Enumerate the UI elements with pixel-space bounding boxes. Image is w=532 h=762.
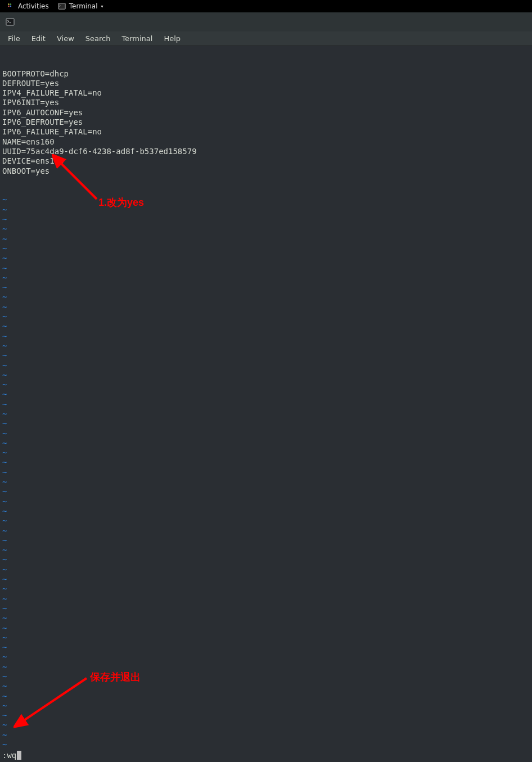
vim-tilde-line: ~ xyxy=(2,594,530,604)
vim-tilde-line: ~ xyxy=(2,624,530,633)
svg-rect-4 xyxy=(58,3,65,10)
vim-command-text: :wq xyxy=(2,751,16,760)
vim-tilde-line: ~ xyxy=(2,419,530,429)
vim-tilde-line: ~ xyxy=(2,652,530,662)
vim-tilde-line: ~ xyxy=(2,361,530,371)
vim-tilde-line: ~ xyxy=(2,409,530,419)
vim-tilde-line: ~ xyxy=(2,507,530,516)
terminal-window-icon xyxy=(6,17,15,26)
config-line: BOOTPROTO=dhcp xyxy=(2,69,530,79)
vim-tilde-line: ~ xyxy=(2,341,530,351)
vim-tilde-line: ~ xyxy=(2,254,530,263)
config-line: IPV6_FAILURE_FATAL=no xyxy=(2,127,530,137)
vim-tilde-line: ~ xyxy=(2,371,530,380)
svg-point-1 xyxy=(10,3,11,4)
vim-tilde-line: ~ xyxy=(2,322,530,331)
vim-tilde-line: ~ xyxy=(2,283,530,292)
vim-tilde-line: ~ xyxy=(2,536,530,545)
vim-tilde-line: ~ xyxy=(2,244,530,254)
vim-tilde-line: ~ xyxy=(2,565,530,575)
vim-tilde-line: ~ xyxy=(2,545,530,555)
menu-file[interactable]: File xyxy=(2,33,26,44)
vim-tilde-line: ~ xyxy=(2,614,530,623)
vim-tilde-line: ~ xyxy=(2,312,530,322)
vim-tilde-line: ~ xyxy=(2,390,530,399)
vim-tilde-line: ~ xyxy=(2,487,530,497)
terminal-menu-bar: File Edit View Search Terminal Help xyxy=(0,31,532,46)
config-line: IPV6_DEFROUTE=yes xyxy=(2,118,530,127)
annotation-text-2: 保存并退出 xyxy=(90,670,141,684)
vim-tilde-line: ~ xyxy=(2,555,530,565)
annotation-arrow-1 xyxy=(52,154,102,205)
vim-command-line[interactable]: :wq xyxy=(2,751,21,760)
vim-tilde-line: ~ xyxy=(2,633,530,643)
vim-tilde-line: ~ xyxy=(2,740,530,750)
vim-tilde-line: ~ xyxy=(2,448,530,458)
window-title-bar xyxy=(0,12,532,31)
vim-tilde-line: ~ xyxy=(2,273,530,283)
vim-tilde-line: ~ xyxy=(2,731,530,740)
svg-point-2 xyxy=(8,6,9,7)
vim-tilde-line: ~ xyxy=(2,662,530,672)
svg-line-7 xyxy=(58,161,97,199)
vim-tilde-line: ~ xyxy=(2,604,530,614)
annotation-arrow-2 xyxy=(13,673,92,729)
svg-rect-5 xyxy=(6,19,14,25)
svg-point-0 xyxy=(8,3,9,4)
vim-tilde-line: ~ xyxy=(2,224,530,234)
config-line: NAME=ens160 xyxy=(2,137,530,147)
vim-tilde-line: ~ xyxy=(2,468,530,477)
activities-icon xyxy=(7,2,15,10)
menu-help[interactable]: Help xyxy=(158,33,186,44)
vim-tilde-line: ~ xyxy=(2,215,530,224)
vim-tilde-line: ~ xyxy=(2,575,530,584)
app-menu-button[interactable]: Terminal ▾ xyxy=(53,2,108,10)
vim-tilde-line: ~ xyxy=(2,400,530,409)
menu-terminal[interactable]: Terminal xyxy=(116,33,158,44)
menu-search[interactable]: Search xyxy=(80,33,116,44)
vim-tilde-line: ~ xyxy=(2,439,530,448)
activities-label: Activities xyxy=(18,2,49,10)
vim-tilde-line: ~ xyxy=(2,380,530,390)
svg-line-8 xyxy=(21,678,87,722)
app-menu-label: Terminal xyxy=(69,2,98,10)
vim-tilde-line: ~ xyxy=(2,584,530,594)
text-cursor xyxy=(17,751,21,760)
vim-tilde-line: ~ xyxy=(2,516,530,526)
menu-view[interactable]: View xyxy=(51,33,80,44)
config-line: IPV6_AUTOCONF=yes xyxy=(2,108,530,118)
gnome-top-bar: Activities Terminal ▾ xyxy=(0,0,532,12)
vim-tilde-line: ~ xyxy=(2,526,530,536)
vim-tilde-line: ~ xyxy=(2,332,530,341)
vim-tilde-line: ~ xyxy=(2,429,530,439)
terminal-app-icon xyxy=(58,2,66,10)
vim-tilde-line: ~ xyxy=(2,643,530,652)
vim-tilde-line: ~ xyxy=(2,292,530,302)
config-line: IPV6INIT=yes xyxy=(2,98,530,107)
vim-empty-lines: ~~~~~~~~~~~~~~~~~~~~~~~~~~~~~~~~~~~~~~~~… xyxy=(2,195,530,750)
vim-tilde-line: ~ xyxy=(2,351,530,360)
vim-tilde-line: ~ xyxy=(2,497,530,507)
annotation-text-1: 1.改为yes xyxy=(98,196,144,209)
activities-button[interactable]: Activities xyxy=(2,2,53,10)
vim-tilde-line: ~ xyxy=(2,303,530,312)
vim-tilde-line: ~ xyxy=(2,235,530,244)
dropdown-triangle-icon: ▾ xyxy=(101,4,103,9)
vim-tilde-line: ~ xyxy=(2,458,530,467)
vim-tilde-line: ~ xyxy=(2,205,530,215)
config-line: DEFROUTE=yes xyxy=(2,79,530,88)
vim-tilde-line: ~ xyxy=(2,264,530,273)
menu-edit[interactable]: Edit xyxy=(26,33,51,44)
config-line: IPV4_FAILURE_FATAL=no xyxy=(2,88,530,98)
svg-point-3 xyxy=(10,6,11,7)
vim-tilde-line: ~ xyxy=(2,477,530,487)
